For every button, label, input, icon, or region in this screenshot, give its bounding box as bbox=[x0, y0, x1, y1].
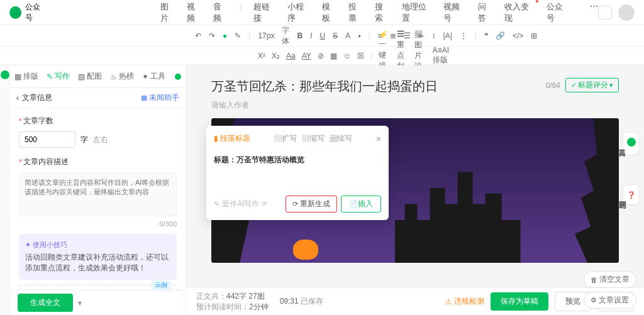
tab-write[interactable]: ✎写作 bbox=[47, 71, 70, 82]
symbol-icon[interactable]: ☒ bbox=[357, 52, 364, 60]
nav-template[interactable]: 模板 bbox=[322, 1, 337, 24]
nav-location[interactable]: 地理位置 bbox=[402, 1, 433, 24]
toolbar-2: X² X₂ Aa AY ⊘ ▦ ☺ ☒ | ⚡一键排版 ☰重点划线 ▦图片设计 … bbox=[0, 47, 644, 65]
nav-more-icon[interactable]: ⋯ bbox=[590, 1, 598, 24]
table-icon[interactable]: ▦ bbox=[330, 52, 337, 60]
close-icon[interactable]: × bbox=[376, 134, 381, 144]
fontsize[interactable]: 17px bbox=[258, 31, 274, 40]
unit-label: 字 bbox=[80, 135, 88, 145]
popup-content: 标题：万圣节特惠活动概览 bbox=[214, 152, 381, 191]
highlight-icon[interactable]: ▪ bbox=[358, 31, 360, 40]
tip-body: 活动回顾类文章建议补充活动流程，还可以添加重点流程，生成效果会更好哦！ bbox=[25, 252, 170, 274]
bold-icon[interactable]: B bbox=[297, 31, 303, 40]
clear-article-button[interactable]: 🗑清空文章 bbox=[584, 271, 636, 288]
nav-channel[interactable]: 视频号 bbox=[443, 1, 466, 24]
list-icon[interactable]: ⋮ bbox=[460, 31, 467, 40]
nav-video[interactable]: 视频 bbox=[187, 1, 202, 24]
author-input[interactable]: 请输入作者 bbox=[211, 100, 619, 111]
save-draft-button[interactable]: 保存为草稿 bbox=[491, 292, 548, 311]
more-icon[interactable]: ⊞ bbox=[531, 31, 537, 40]
quote-icon[interactable]: ❝ bbox=[484, 31, 488, 40]
spacing-icon[interactable]: ↕ bbox=[432, 31, 436, 40]
wordcount-input[interactable] bbox=[19, 131, 75, 148]
tip-label: ✦ 使用小技巧 bbox=[25, 240, 67, 250]
example-box: 示例 活动内容：清明前夕，春田花花高中举行以"缅怀先烈忆初心，赓续血脉志爱国"为… bbox=[19, 285, 177, 290]
nav-qa[interactable]: 问答 bbox=[478, 1, 493, 24]
generate-button[interactable]: 生成全文 bbox=[18, 294, 73, 312]
sup-icon[interactable]: X² bbox=[258, 52, 265, 60]
check-button[interactable]: ⚠违规检测 bbox=[445, 296, 484, 307]
article-settings-button[interactable]: ⚙文章设置 bbox=[584, 292, 636, 309]
gen-dropdown-icon[interactable]: ▾ bbox=[78, 299, 82, 307]
accent-icon[interactable]: AY bbox=[302, 52, 311, 60]
redo-icon[interactable]: ↷ bbox=[209, 31, 215, 40]
insert-button[interactable]: 📄插入 bbox=[341, 196, 381, 213]
nav-audio[interactable]: 音频 bbox=[213, 1, 228, 24]
brush-icon[interactable]: ● bbox=[223, 31, 227, 40]
wordcount-label: 文章字数 bbox=[19, 116, 177, 126]
color-icon[interactable]: A bbox=[345, 31, 350, 40]
article-title[interactable]: 万圣节回忆杀：那些年我们一起捣蛋的日 bbox=[211, 78, 438, 95]
nav-link[interactable]: 超链接 bbox=[253, 1, 276, 24]
nav-image[interactable]: 图片 bbox=[160, 1, 175, 24]
strike-icon[interactable]: S bbox=[333, 31, 338, 40]
breadcrumb: 文章信息 bbox=[22, 92, 52, 103]
paint-icon[interactable]: ✎ bbox=[235, 31, 241, 40]
nav-miniapp[interactable]: 小程序 bbox=[287, 1, 310, 24]
title-counter: 0/64 bbox=[546, 81, 560, 90]
dot-icon bbox=[175, 74, 181, 80]
top-nav: 图片 视频 音频 | 超链接 小程序 模板 投票 搜索 地理位置 视频号 问答 … bbox=[160, 1, 598, 24]
example-label: 示例 bbox=[151, 280, 171, 290]
nav-income[interactable]: 收入变现 bbox=[504, 1, 535, 24]
approx-label: 左右 bbox=[93, 135, 108, 145]
emoji-icon[interactable]: ☺ bbox=[343, 52, 351, 60]
avatar[interactable] bbox=[618, 4, 635, 21]
word-stat: 正文共：442字 27图预计阅读时间：2分钟 bbox=[196, 291, 269, 312]
case-icon[interactable]: Aa bbox=[286, 52, 296, 60]
link-icon[interactable]: 🔗 bbox=[496, 31, 505, 40]
shrink-option[interactable]: ▥缩写 bbox=[302, 133, 325, 144]
ai-layout[interactable]: A≡AI排版 bbox=[433, 46, 449, 65]
expand-option[interactable]: ▤扩写 bbox=[274, 133, 297, 144]
continue-option[interactable]: ▦续写 bbox=[330, 133, 352, 144]
tab-tools[interactable]: ✦工具 bbox=[142, 71, 165, 82]
font-family[interactable]: 字体 bbox=[282, 25, 289, 47]
brand: 公众号 bbox=[9, 2, 47, 23]
ai-brand: ✎ 壹伴AI写作 ⟳ bbox=[214, 199, 267, 209]
letter-icon[interactable]: |A| bbox=[443, 31, 452, 40]
code-icon[interactable]: </> bbox=[513, 31, 523, 40]
issue-panel[interactable]: ❓遇到问题 bbox=[623, 185, 639, 204]
toolbox-panel[interactable]: 工具箱 bbox=[623, 132, 639, 155]
logo-icon bbox=[9, 6, 21, 19]
sub-icon[interactable]: X₂ bbox=[272, 52, 280, 60]
back-icon[interactable]: ‹ bbox=[16, 94, 19, 102]
tip-box: ✦ 使用小技巧 活动回顾类文章建议补充活动流程，还可以添加重点流程，生成效果会更… bbox=[19, 234, 177, 280]
regenerate-button[interactable]: ⟳重新生成 bbox=[286, 196, 337, 213]
ai-popup: ▮ 段落标题 ▤扩写 ▥缩写 ▦续写 × 标题：万圣节特惠活动概览 ✎ 壹伴AI… bbox=[206, 126, 389, 220]
char-counter: 0/300 bbox=[19, 220, 177, 228]
tab-hot[interactable]: ♨热榜 bbox=[110, 71, 134, 82]
app-icon[interactable] bbox=[598, 6, 612, 19]
desc-label: 文章内容描述 bbox=[19, 157, 177, 167]
nav-vote[interactable]: 投票 bbox=[348, 1, 364, 24]
tab-layout[interactable]: ▦排版 bbox=[14, 71, 38, 82]
helper-link[interactable]: ▦未闻助手 bbox=[141, 92, 179, 103]
clear-icon[interactable]: ⊘ bbox=[318, 52, 324, 60]
save-time: 09:31 已保存 bbox=[280, 296, 323, 307]
underline-icon[interactable]: U bbox=[319, 31, 325, 40]
popup-tab[interactable]: ▮ 段落标题 bbox=[214, 133, 250, 144]
undo-icon[interactable]: ↶ bbox=[195, 31, 201, 40]
italic-icon[interactable]: I bbox=[310, 31, 312, 40]
toolbar: ↶ ↷ ● ✎ | 17px 字体 B I U S A ▪ | ≡ ≣ ☰ ⇤ … bbox=[0, 25, 644, 47]
sidebar-logo-icon[interactable] bbox=[1, 70, 9, 79]
desc-input[interactable] bbox=[19, 172, 177, 216]
nav-search[interactable]: 搜索 bbox=[375, 1, 390, 24]
title-score-button[interactable]: ✓标题评分▾ bbox=[565, 78, 619, 92]
tab-image[interactable]: ▧配图 bbox=[78, 71, 102, 82]
nav-account[interactable]: 公众号 bbox=[547, 1, 569, 24]
